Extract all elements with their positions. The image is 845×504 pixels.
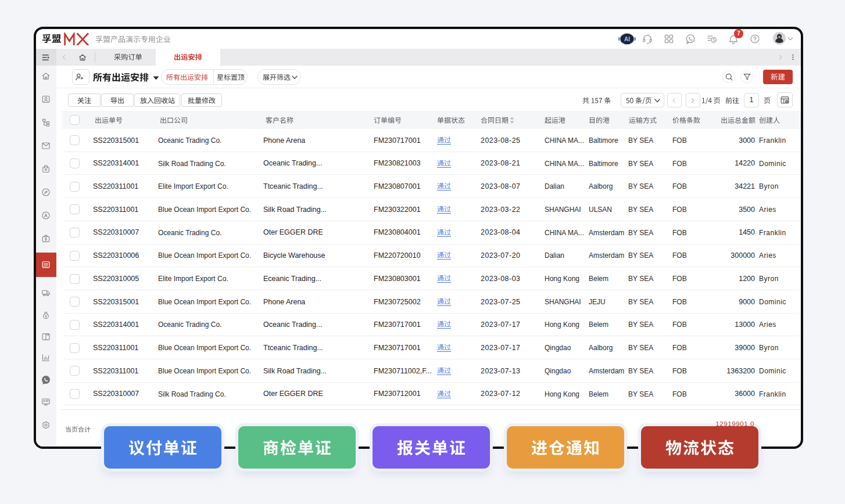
svg-text:AI: AI (624, 36, 630, 42)
